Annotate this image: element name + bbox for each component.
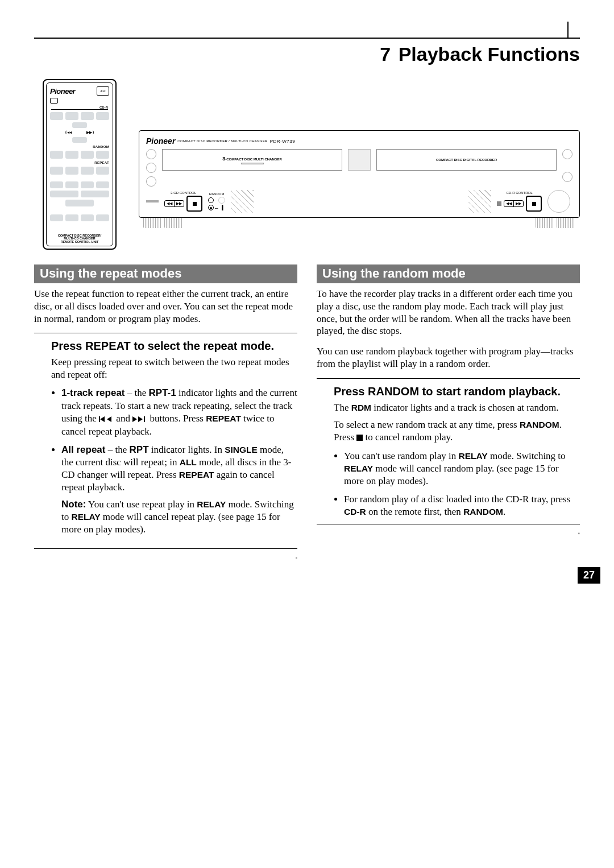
svg-marker-4 bbox=[138, 416, 143, 422]
panel-model: PDR-W739 bbox=[270, 139, 295, 144]
repeat-label: REPEAT bbox=[50, 161, 109, 164]
divider bbox=[317, 524, 580, 524]
random-step-line1: The RDM indicator lights and a track is … bbox=[334, 402, 580, 414]
ctrl-left-label: 3-CD CONTROL bbox=[171, 191, 196, 195]
svg-marker-1 bbox=[100, 416, 105, 422]
random-intro-2: You can use random playback together wit… bbox=[317, 345, 580, 370]
eject-button bbox=[562, 149, 572, 159]
chapter-title: Playback Functions bbox=[399, 43, 580, 65]
repeat-bullets: 1-track repeat – the RPT-1 indicator lig… bbox=[51, 387, 297, 536]
recorder-tray: COMPACT DISC DIGITAL RECORDER bbox=[376, 149, 557, 171]
panel-hatch-2 bbox=[468, 190, 491, 213]
remote-brand: Pioneer bbox=[50, 87, 75, 96]
prev-track-icon bbox=[99, 413, 114, 425]
random-label: RANDOM bbox=[50, 145, 109, 148]
divider bbox=[34, 548, 297, 549]
diagrams-row: Pioneer disc CD-R ⦗◀◀ ▶▶⦘ RANDOM REPEAT bbox=[34, 79, 580, 250]
remote-footer: COMPACT DISC RECORDER/ MULTI-CD CHANGER … bbox=[50, 234, 109, 244]
page-title: 7 Playback Functions bbox=[34, 43, 580, 65]
cdr-tag: CD-R bbox=[51, 106, 108, 110]
svg-rect-0 bbox=[99, 416, 100, 422]
next-track-icon bbox=[132, 413, 147, 425]
changer-tray: 3-COMPACT DISC MULTI CHANGER bbox=[162, 149, 342, 171]
remote-illustration: Pioneer disc CD-R ⦗◀◀ ▶▶⦘ RANDOM REPEAT bbox=[43, 79, 117, 250]
panel-subtitle: COMPACT DISC RECORDER / MULTI-CD CHANGER bbox=[177, 139, 267, 143]
page-number: 27 bbox=[578, 567, 600, 584]
repeat-step-body: Keep pressing repeat to switch between t… bbox=[51, 356, 297, 381]
panel-brand: Pioneer bbox=[146, 137, 175, 146]
panel-hatch bbox=[231, 190, 254, 213]
disc-logo-icon: disc bbox=[97, 86, 109, 96]
header-rule bbox=[34, 23, 580, 39]
right-column: Using the random mode To have the record… bbox=[317, 264, 580, 561]
front-panel-illustration: Pioneer COMPACT DISC RECORDER / MULTI-CD… bbox=[139, 130, 580, 218]
disc-button-1 bbox=[146, 149, 156, 159]
section-heading-repeat: Using the repeat modes bbox=[34, 264, 297, 283]
bullet-random-relay: You can't use random play in RELAY mode.… bbox=[344, 450, 580, 487]
random-button-icon bbox=[208, 197, 214, 203]
content-columns: Using the repeat modes Use the repeat fu… bbox=[34, 264, 580, 561]
bullet-allrepeat: All repeat – the RPT indicator lights. I… bbox=[61, 444, 297, 536]
power-icon bbox=[50, 98, 58, 104]
section-heading-random: Using the random mode bbox=[317, 264, 580, 283]
stop-button-2-icon bbox=[526, 196, 542, 212]
random-bullets: You can't use random play in RELAY mode.… bbox=[334, 450, 580, 518]
panel-feet bbox=[139, 218, 580, 228]
svg-rect-6 bbox=[356, 435, 363, 441]
random-step-title: Press RANDOM to start random playback. bbox=[334, 385, 580, 398]
svg-marker-2 bbox=[107, 416, 111, 422]
eject-button-2 bbox=[562, 172, 572, 182]
divider bbox=[34, 333, 297, 333]
end-tick-icon: ▪ bbox=[578, 530, 580, 536]
bullet-1track: 1-track repeat – the RPT-1 indicator lig… bbox=[61, 387, 297, 437]
display-window bbox=[348, 149, 371, 171]
disc-button-2 bbox=[146, 163, 156, 173]
svg-rect-5 bbox=[144, 416, 145, 422]
disc-button-3 bbox=[146, 176, 156, 187]
stop-button-icon bbox=[186, 196, 202, 212]
jog-dial-icon bbox=[547, 190, 570, 213]
random-step-line2: To select a new random track at any time… bbox=[334, 419, 580, 444]
svg-marker-3 bbox=[132, 416, 137, 422]
bullet-random-cdr: For random play of a disc loaded into th… bbox=[344, 493, 580, 518]
divider bbox=[317, 378, 580, 379]
stop-icon bbox=[356, 432, 363, 444]
chapter-number: 7 bbox=[380, 43, 391, 65]
left-column: Using the repeat modes Use the repeat fu… bbox=[34, 264, 297, 561]
repeat-step-title: Press REPEAT to select the repeat mode. bbox=[51, 339, 297, 353]
repeat-intro: Use the repeat function to repeat either… bbox=[34, 288, 297, 325]
random-intro: To have the recorder play tracks in a di… bbox=[317, 288, 580, 337]
random-panel-label: RANDOM bbox=[209, 192, 225, 196]
end-tick-icon: ▪ bbox=[295, 555, 297, 561]
ctrl-right-label: CD-R CONTROL bbox=[507, 191, 533, 195]
